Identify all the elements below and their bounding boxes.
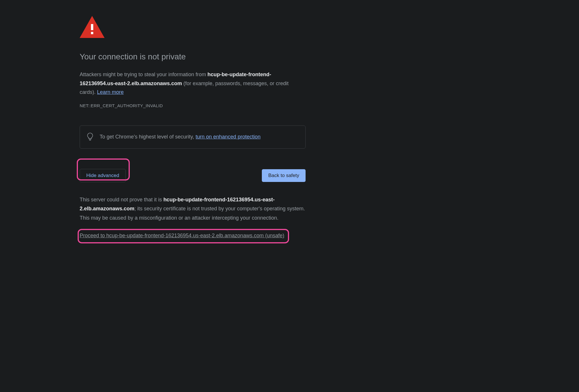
enhanced-protection-link[interactable]: turn on enhanced protection <box>196 134 260 140</box>
svg-rect-2 <box>91 32 93 34</box>
privacy-warning-description: Attackers might be trying to steal your … <box>80 70 306 97</box>
proceed-unsafe-link[interactable]: Proceed to hcup-be-update-frontend-16213… <box>80 233 284 239</box>
lightbulb-icon <box>87 132 93 142</box>
infobox-text: To get Chrome's highest level of securit… <box>100 134 260 140</box>
error-code: NET::ERR_CERT_AUTHORITY_INVALID <box>80 103 306 108</box>
infobox-prefix: To get Chrome's highest level of securit… <box>100 134 196 140</box>
advanced-prefix: This server could not prove that it is <box>80 197 163 203</box>
enhanced-protection-infobox: To get Chrome's highest level of securit… <box>80 125 306 149</box>
page-title: Your connection is not private <box>80 52 306 61</box>
description-prefix: Attackers might be trying to steal your … <box>80 72 207 77</box>
action-buttons-row: Hide advanced Back to safety <box>80 169 306 182</box>
warning-triangle-icon <box>80 16 306 39</box>
learn-more-link[interactable]: Learn more <box>97 89 124 95</box>
hide-advanced-button[interactable]: Hide advanced <box>80 169 126 182</box>
back-to-safety-button[interactable]: Back to safety <box>262 169 306 182</box>
advanced-explanation: This server could not prove that it is h… <box>80 195 306 223</box>
svg-rect-1 <box>91 24 93 30</box>
